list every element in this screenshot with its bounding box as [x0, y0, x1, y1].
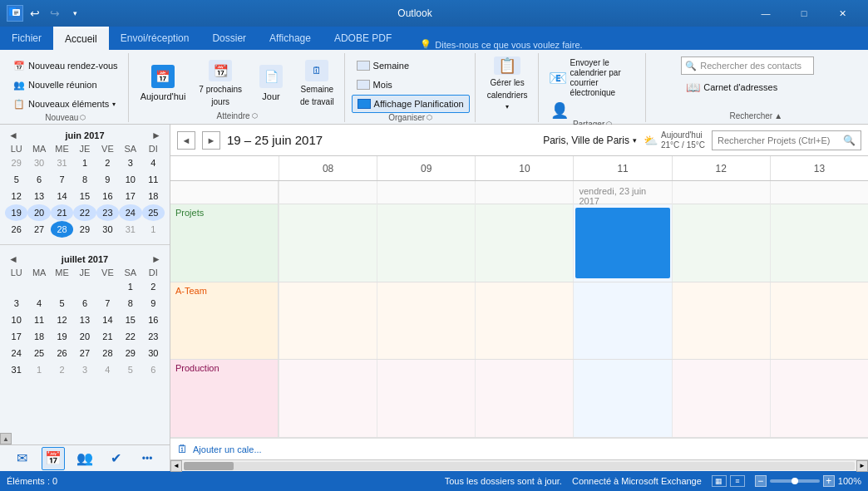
envoyer-calendrier-btn[interactable]: 📧 Envoyer le calendrier par courrier éle…	[545, 56, 640, 100]
calendar-day[interactable]: 2	[96, 155, 119, 171]
calendar-day[interactable]: 1	[73, 155, 96, 171]
calendar-day[interactable]: 5	[119, 361, 141, 378]
tab-adobe[interactable]: ADOBE PDF	[323, 27, 403, 50]
calendar-day[interactable]: 14	[96, 312, 119, 328]
ateam-cell-09[interactable]	[377, 282, 475, 360]
projets-cell-09[interactable]	[377, 204, 475, 282]
semaine-travail-btn[interactable]: 🗓 Semaine de travail	[295, 56, 339, 110]
calendar-day[interactable]: 29	[5, 155, 27, 171]
calendar-search-box[interactable]: 🔍	[712, 130, 861, 150]
production-cell-10[interactable]	[475, 360, 573, 437]
hscroll-left-btn[interactable]: ◄	[170, 460, 182, 472]
semaine-btn[interactable]: Semaine	[352, 56, 470, 75]
calendar-day[interactable]: 25	[142, 204, 165, 221]
calendar-day[interactable]: 30	[27, 155, 50, 171]
production-cell-11[interactable]	[573, 360, 671, 437]
calendar-day[interactable]: 29	[119, 345, 141, 361]
calendar-day[interactable]: 23	[96, 204, 119, 221]
undo-button[interactable]: ↩	[27, 5, 43, 22]
sidebar-scroll-up[interactable]: ▲	[0, 433, 12, 444]
production-cell-12[interactable]	[672, 360, 770, 437]
calendar-day[interactable]: 17	[119, 188, 141, 204]
calendar-day[interactable]: 3	[119, 155, 141, 171]
minimize-button[interactable]: —	[747, 0, 785, 27]
calendar-day[interactable]: 9	[142, 295, 165, 312]
calendar-day[interactable]: 20	[27, 204, 50, 221]
calendar-day[interactable]: 5	[5, 171, 27, 188]
zoom-out-btn[interactable]: −	[755, 475, 767, 487]
projets-cell-12[interactable]	[672, 204, 770, 282]
calendar-day[interactable]: 12	[51, 312, 73, 328]
calendar-day[interactable]: 18	[27, 328, 50, 345]
calendar-day[interactable]: 3	[5, 295, 27, 312]
calendar-day[interactable]: 4	[27, 295, 50, 312]
calendar-hscroll[interactable]: ◄ ►	[170, 459, 868, 471]
jour-btn[interactable]: 📄 Jour	[250, 56, 292, 110]
projets-cell-10[interactable]	[475, 204, 573, 282]
calendar-day[interactable]: 31	[5, 361, 27, 378]
customize-btn[interactable]: ▾	[67, 5, 83, 22]
prev-month-juin-btn[interactable]: ◄	[5, 130, 22, 141]
next-month-juillet-btn[interactable]: ►	[148, 253, 165, 265]
ateam-cell-10[interactable]	[475, 282, 573, 360]
calendar-day[interactable]: 25	[27, 345, 50, 361]
calendar-day[interactable]: 3	[73, 361, 96, 378]
mois-btn[interactable]: Mois	[352, 76, 470, 94]
calendar-day[interactable]: 1	[142, 221, 165, 238]
calendar-search-input[interactable]	[718, 135, 843, 145]
help-search[interactable]: 💡 Dites-nous ce que vous voulez faire.	[403, 39, 868, 50]
projets-cell-08[interactable]	[279, 204, 377, 282]
7prochains-btn[interactable]: 📆 7 prochains jours	[194, 56, 247, 110]
calendar-day[interactable]: 24	[5, 345, 27, 361]
calendar-day[interactable]: 31	[119, 221, 141, 238]
aujourdhui-btn[interactable]: 📅 Aujourd'hui	[136, 56, 191, 110]
calendar-day[interactable]	[5, 278, 27, 295]
organiser-expand-icon[interactable]: ⬡	[427, 114, 432, 121]
calendar-day[interactable]: 24	[119, 204, 141, 221]
projets-event[interactable]	[575, 208, 669, 278]
contact-search-box[interactable]: 🔍 Rechercher des contacts	[681, 56, 814, 75]
calendar-day[interactable]: 2	[51, 361, 73, 378]
projets-cell-11[interactable]	[573, 204, 671, 282]
gerer-calendriers-btn[interactable]: 📋 Gérer les calendriers ▾	[482, 56, 533, 110]
calendar-day[interactable]	[27, 278, 50, 295]
calendar-day[interactable]: 14	[51, 188, 73, 204]
rechercher-collapse-icon[interactable]: ▲	[774, 111, 782, 120]
cal-prev-btn[interactable]: ◄	[177, 131, 195, 150]
calendar-day[interactable]: 8	[73, 171, 96, 188]
hscroll-track[interactable]	[184, 462, 855, 470]
calendar-day[interactable]: 13	[27, 188, 50, 204]
hscroll-right-btn[interactable]: ►	[856, 460, 868, 472]
calendar-day[interactable]: 28	[51, 221, 73, 238]
calendar-day[interactable]: 22	[73, 204, 96, 221]
add-calendar-row[interactable]: 🗓 Ajouter un cale...	[170, 438, 868, 459]
calendar-day[interactable]: 4	[96, 361, 119, 378]
calendar-day[interactable]: 9	[96, 171, 119, 188]
ateam-cell-11[interactable]	[573, 282, 671, 360]
calendar-day[interactable]	[51, 278, 73, 295]
calendar-day[interactable]: 13	[73, 312, 96, 328]
calendar-day[interactable]: 30	[96, 221, 119, 238]
calendar-day[interactable]: 16	[142, 312, 165, 328]
ateam-cell-13[interactable]	[770, 282, 868, 360]
calendar-day[interactable]: 19	[51, 328, 73, 345]
maximize-button[interactable]: □	[785, 0, 823, 27]
nav-mail[interactable]: ✉	[11, 447, 34, 470]
projets-cell-13[interactable]	[770, 204, 868, 282]
atteindre-expand-icon[interactable]: ⬡	[252, 112, 258, 120]
calendar-day[interactable]: 10	[119, 171, 141, 188]
view-icon-1[interactable]: ▦	[712, 475, 727, 487]
hscroll-thumb[interactable]	[184, 462, 234, 470]
nav-more[interactable]: •••	[136, 447, 159, 470]
calendar-day[interactable]: 30	[142, 345, 165, 361]
calendar-day[interactable]: 15	[73, 188, 96, 204]
calendar-day[interactable]: 11	[27, 312, 50, 328]
redo-button[interactable]: ↪	[47, 5, 63, 22]
calendar-day[interactable]: 27	[27, 221, 50, 238]
ateam-cell-08[interactable]	[279, 282, 377, 360]
calendar-day[interactable]: 22	[119, 328, 141, 345]
calendar-day[interactable]: 21	[51, 204, 73, 221]
calendar-day[interactable]: 15	[119, 312, 141, 328]
zoom-in-btn[interactable]: +	[823, 475, 835, 487]
calendar-day[interactable]: 10	[5, 312, 27, 328]
